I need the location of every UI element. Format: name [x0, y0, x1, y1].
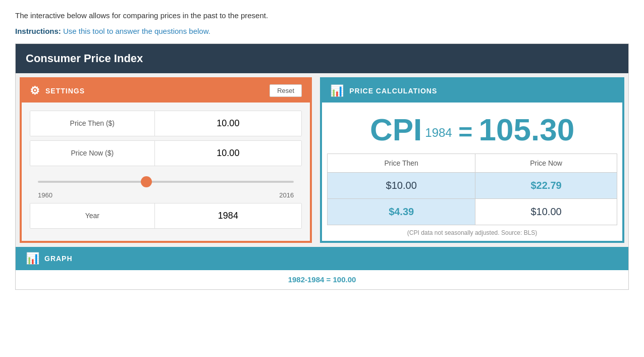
slider-labels: 1960 2016	[38, 191, 294, 199]
gear-icon: ⚙	[30, 84, 40, 97]
graph-icon: 📊	[26, 252, 39, 265]
calc-header: 📊 PRICE CALCULATIONS	[322, 79, 622, 103]
instructions-label: Instructions:	[15, 27, 61, 35]
settings-title: ⚙ SETTINGS	[30, 84, 85, 97]
cpi-big-label: CPI	[370, 112, 422, 147]
price-then-label: Price Then ($)	[30, 111, 155, 136]
price-now-input[interactable]	[160, 148, 297, 159]
cpi-widget: Consumer Price Index ⚙ SETTINGS Reset Pr…	[15, 43, 629, 290]
cpi-value: 105.30	[479, 112, 575, 147]
widget-header: Consumer Price Index	[16, 44, 628, 73]
slider-wrapper	[38, 174, 294, 189]
main-panels: ⚙ SETTINGS Reset Price Then ($) Price No…	[16, 73, 628, 247]
settings-panel: ⚙ SETTINGS Reset Price Then ($) Price No…	[20, 77, 312, 243]
chart-icon: 📊	[330, 84, 344, 97]
settings-body: Price Then ($) Price Now ($)	[22, 103, 310, 241]
col-header-now: Price Now	[475, 154, 617, 172]
calc-label: PRICE CALCULATIONS	[349, 87, 437, 95]
source-note: (CPI data not seasonally adjusted. Sourc…	[322, 225, 622, 240]
graph-label: GRAPH	[44, 254, 73, 263]
widget-title: Consumer Price Index	[26, 52, 143, 65]
graph-section: 📊 GRAPH	[16, 247, 628, 270]
year-input[interactable]	[160, 211, 297, 221]
cpi-year: 1984	[425, 126, 452, 139]
graph-subtitle: 1982-1984 = 100.00	[288, 275, 356, 284]
calculations-panel: 📊 PRICE CALCULATIONS CPI1984 = 105.30 Pr…	[320, 77, 624, 243]
row2-now: $10.00	[475, 198, 617, 225]
col-header-then: Price Then	[328, 154, 475, 172]
cpi-display: CPI1984 = 105.30	[322, 103, 622, 154]
slider-max-label: 2016	[279, 191, 294, 199]
slider-min-label: 1960	[38, 191, 52, 199]
price-then-row: Price Then ($)	[30, 111, 302, 136]
price-then-input[interactable]	[160, 118, 297, 129]
instructions: Instructions: Use this tool to answer th…	[15, 27, 629, 35]
year-slider[interactable]	[38, 181, 294, 183]
cpi-equals: =	[458, 119, 472, 145]
year-value[interactable]	[155, 203, 302, 228]
intro-text: The interactive below allows for compari…	[15, 10, 629, 22]
row2-then: $4.39	[328, 198, 475, 225]
price-now-row: Price Now ($)	[30, 140, 302, 166]
graph-body: 1982-1984 = 100.00	[16, 270, 628, 289]
row1-then: $10.00	[328, 172, 475, 198]
price-row-2: $4.39 $10.00	[328, 198, 617, 225]
price-then-value[interactable]	[155, 111, 302, 136]
price-now-label: Price Now ($)	[30, 141, 155, 166]
year-row: Year	[30, 203, 302, 229]
settings-header: ⚙ SETTINGS Reset	[22, 79, 310, 103]
reset-button[interactable]: Reset	[270, 84, 302, 97]
settings-label: SETTINGS	[45, 87, 85, 95]
price-row-1: $10.00 $22.79	[328, 172, 617, 198]
instructions-text: Use this tool to answer the questions be…	[63, 27, 210, 35]
row1-now: $22.79	[475, 172, 617, 198]
price-table: Price Then Price Now $10.00 $22.79 $4.39…	[327, 154, 617, 225]
year-label: Year	[30, 203, 155, 228]
price-table-header-row: Price Then Price Now	[328, 154, 617, 172]
price-now-value[interactable]	[155, 141, 302, 166]
slider-container: 1960 2016	[30, 170, 302, 203]
